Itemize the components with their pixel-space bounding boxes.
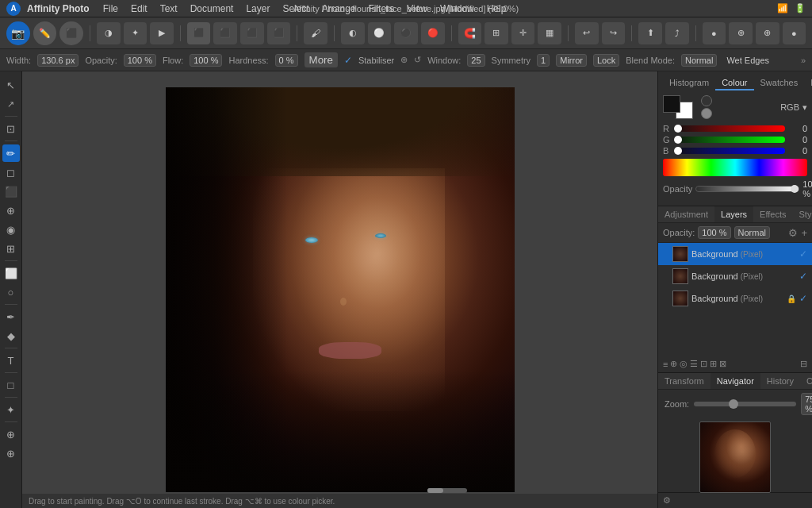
node-tool[interactable]: ◆	[2, 327, 20, 344]
horizontal-scrollbar[interactable]	[197, 487, 657, 494]
hardness-value[interactable]: 0 %	[275, 54, 298, 67]
canvas[interactable]	[166, 87, 515, 492]
color1-button[interactable]: ⚪	[368, 22, 392, 44]
tab-transform[interactable]: Transform	[658, 373, 710, 389]
grid-button[interactable]: ⊞	[485, 22, 508, 44]
more-button-4[interactable]: ●	[783, 22, 806, 44]
layers-opacity-value[interactable]: 100 %	[698, 226, 730, 239]
live-filter-button[interactable]: ✦	[124, 22, 147, 44]
layers-icon-6[interactable]: ⊞	[710, 359, 717, 369]
opacity-value-opt[interactable]: 100 %	[124, 54, 156, 67]
nav-preview[interactable]	[699, 421, 771, 493]
layers-settings-icon[interactable]: ⚙	[788, 227, 798, 239]
color-mode-select[interactable]: RGB ▾	[780, 102, 807, 113]
persona-pixel-button[interactable]: ⬛	[59, 21, 83, 45]
foreground-color-swatch[interactable]	[663, 95, 680, 113]
tone-mapping-button[interactable]: ◑	[97, 22, 121, 44]
menu-file[interactable]: File	[98, 2, 124, 16]
wet-edges-label[interactable]: Wet Edges	[723, 56, 772, 65]
blend-mode-value[interactable]: Normal	[681, 54, 717, 67]
panel-bottom-icon[interactable]: ⚙	[663, 495, 671, 506]
menu-edit[interactable]: Edit	[125, 2, 153, 16]
color-sample-2[interactable]	[701, 108, 712, 119]
patch-tool[interactable]: ⊞	[2, 240, 20, 257]
layer-visible-0[interactable]: ✓	[799, 248, 807, 260]
export-button[interactable]: ⬆	[638, 22, 662, 44]
layer-row-2[interactable]: Background (Pixel) 🔒 ✓	[658, 287, 812, 310]
layer-lock-2[interactable]: 🔒	[787, 294, 796, 303]
menu-text[interactable]: Text	[155, 2, 183, 16]
view-button-1[interactable]: ⬛	[187, 22, 211, 44]
tab-swatches[interactable]: Swatches	[754, 76, 805, 90]
pen-tool[interactable]: ✒	[2, 308, 20, 325]
pointer-tool[interactable]: ↗	[2, 95, 20, 113]
color2-button[interactable]: ⚫	[394, 22, 418, 44]
g-slider[interactable]	[674, 137, 785, 143]
paint-brush-tool[interactable]: ✏	[2, 144, 20, 162]
shape-tool[interactable]: □	[2, 376, 20, 394]
r-slider[interactable]	[674, 125, 785, 132]
stabiliser-check[interactable]: Stabiliser	[358, 56, 394, 65]
type-tool[interactable]: T	[2, 352, 20, 369]
layers-icon-2[interactable]: ⊕	[670, 359, 677, 369]
tab-navigator[interactable]: Navigator	[710, 373, 760, 389]
canvas-area[interactable]: Drag to start painting. Drag ⌥O to conti…	[22, 71, 657, 508]
expand-icon[interactable]: »	[801, 56, 806, 65]
more-button-1[interactable]: ●	[703, 22, 726, 44]
selection-rect-tool[interactable]: ⬜	[2, 264, 20, 282]
persona-photo-button[interactable]: 📷	[6, 21, 30, 45]
layers-icon-8[interactable]: ⊟	[800, 359, 807, 369]
erase-tool[interactable]: ◻	[2, 164, 20, 181]
macro-button[interactable]: ▶	[150, 22, 174, 44]
layers-icon-1[interactable]: ≡	[663, 360, 668, 369]
color3-button[interactable]: 🔴	[421, 22, 445, 44]
color-spectrum[interactable]	[663, 159, 807, 176]
share-button[interactable]: ⤴	[665, 22, 689, 44]
layers-icon-5[interactable]: ⊡	[700, 359, 707, 369]
redo-button[interactable]: ↪	[602, 22, 626, 44]
layers-add-icon[interactable]: +	[801, 227, 807, 239]
layer-visible-1[interactable]: ✓	[799, 271, 807, 282]
layers-icon-7[interactable]: ⊠	[719, 359, 726, 369]
more-button-3[interactable]: ⊕	[756, 22, 779, 44]
opacity-slider[interactable]	[695, 186, 799, 192]
zoom-tool[interactable]: ⊕	[2, 444, 20, 462]
move-tool[interactable]: ↖	[2, 76, 20, 94]
window-value[interactable]: 25	[467, 54, 485, 67]
crop-tool[interactable]: ⊡	[2, 120, 20, 137]
layers-blend-mode[interactable]: Normal	[734, 226, 770, 239]
zoom-slider[interactable]	[694, 402, 796, 406]
view-button-2[interactable]: ⬛	[213, 22, 237, 44]
more-button-2[interactable]: ⊕	[729, 22, 753, 44]
mirror-label[interactable]: Mirror	[556, 54, 587, 67]
view-tool[interactable]: ⊕	[2, 425, 20, 443]
layer-visible-2[interactable]: ✓	[799, 293, 807, 304]
guides-button[interactable]: ✛	[511, 22, 535, 44]
view-button-3[interactable]: ⬛	[240, 22, 264, 44]
tab-colour[interactable]: Colour	[715, 76, 753, 90]
persona-draw-button[interactable]: ✏️	[33, 21, 57, 45]
assistant-button[interactable]: ◐	[341, 22, 365, 44]
menu-layer[interactable]: Layer	[240, 2, 275, 16]
color-sample-1[interactable]	[701, 95, 712, 106]
symmetry-value[interactable]: 1	[537, 54, 550, 67]
color-picker-tool[interactable]: ✦	[2, 401, 20, 418]
flow-value[interactable]: 100 %	[190, 54, 222, 67]
retouch-tool[interactable]: ◉	[2, 221, 20, 238]
layer-row-0[interactable]: Background (Pixel) ✓	[658, 243, 812, 265]
tab-effects[interactable]: Effects	[753, 206, 792, 222]
width-value[interactable]: 130.6 px	[37, 54, 79, 67]
tab-history[interactable]: History	[760, 373, 800, 389]
b-slider[interactable]	[674, 148, 785, 154]
tab-channels[interactable]: Channels	[800, 373, 812, 389]
snap-button[interactable]: 🧲	[458, 22, 482, 44]
tab-histogram[interactable]: Histogram	[663, 76, 715, 90]
tab-layers[interactable]: Layers	[714, 206, 753, 222]
view-button-4[interactable]: ⬛	[267, 22, 291, 44]
layers-icon-3[interactable]: ◎	[680, 359, 688, 369]
layers-icon-4[interactable]: ☰	[690, 359, 698, 369]
flood-fill-tool[interactable]: ⬛	[2, 183, 20, 200]
tab-adjustment[interactable]: Adjustment	[658, 206, 714, 222]
clone-tool[interactable]: ⊕	[2, 202, 20, 219]
tab-styles[interactable]: Styles	[793, 206, 813, 222]
